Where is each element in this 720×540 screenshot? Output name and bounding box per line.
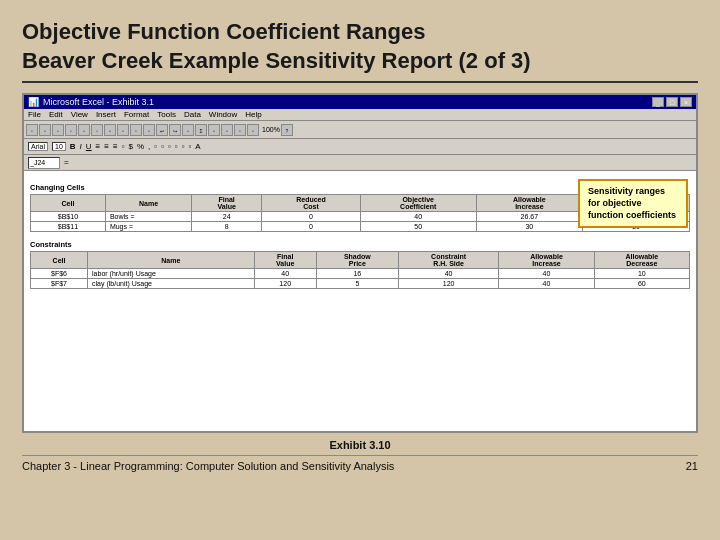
col-cell: Cell xyxy=(31,195,106,212)
sort-desc-icon[interactable]: ▫ xyxy=(221,124,233,136)
excel-body: Sensitivity ranges for objective functio… xyxy=(24,171,696,297)
align-right-icon[interactable]: ≡ xyxy=(113,142,118,151)
redo-icon[interactable]: ↪ xyxy=(169,124,181,136)
menu-window[interactable]: Window xyxy=(209,110,237,119)
col-obj-coeff: ObjectiveCoefficient xyxy=(360,195,476,212)
table-cell: 26.67 xyxy=(476,212,583,222)
autosum-icon[interactable]: Σ xyxy=(195,124,207,136)
copy-icon[interactable]: ▫ xyxy=(117,124,129,136)
menu-insert[interactable]: Insert xyxy=(96,110,116,119)
increase-decimal-icon[interactable]: ▫ xyxy=(154,142,157,151)
table-cell: 40 xyxy=(499,279,594,289)
constraints-label: Constraints xyxy=(30,240,690,249)
maximize-button[interactable]: □ xyxy=(666,97,678,107)
cut-icon[interactable]: ▫ xyxy=(104,124,116,136)
spell-icon[interactable]: ▫ xyxy=(91,124,103,136)
close-button[interactable]: × xyxy=(680,97,692,107)
table-cell: 5 xyxy=(316,279,398,289)
excel-titlebar: 📊 Microsoft Excel - Exhibit 3.1 _ □ × xyxy=(24,95,696,109)
help-icon[interactable]: ? xyxy=(281,124,293,136)
col-final-value: FinalValue xyxy=(192,195,262,212)
table-cell: $B$11 xyxy=(31,222,106,232)
excel-icon: 📊 xyxy=(28,97,39,107)
formula-bar: _J24 = xyxy=(24,155,696,171)
page-number: 21 xyxy=(686,460,698,472)
menu-help[interactable]: Help xyxy=(245,110,261,119)
fill-color-icon[interactable]: ▫ xyxy=(189,142,192,151)
titlebar-left: 📊 Microsoft Excel - Exhibit 3.1 xyxy=(28,97,154,107)
constraints-table: Cell Name FinalValue ShadowPrice Constra… xyxy=(30,251,690,289)
chapter-label: Chapter 3 - Linear Programming: Computer… xyxy=(22,460,394,472)
font-color-icon[interactable]: A xyxy=(195,142,200,151)
exhibit-label: Exhibit 3.10 xyxy=(22,439,698,451)
table-cell: 8 xyxy=(192,222,262,232)
table-cell: 120 xyxy=(398,279,499,289)
menu-tools[interactable]: Tools xyxy=(157,110,176,119)
italic-button[interactable]: I xyxy=(80,142,82,151)
table-cell: 40 xyxy=(254,269,316,279)
increase-indent-icon[interactable]: ▫ xyxy=(175,142,178,151)
undo-icon[interactable]: ↩ xyxy=(156,124,168,136)
title-line1: Objective Function Coefficient Ranges xyxy=(22,19,425,44)
excel-toolbar-1: ▫ ▫ ▫ ▫ ▫ ▫ ▫ ▫ ▫ ▫ ↩ ↪ ▫ Σ ▫ ▫ ▫ xyxy=(24,121,696,139)
c-col-final-value: FinalValue xyxy=(254,252,316,269)
excel-toolbar-2: Arial 10 B I U ≡ ≡ ≡ ▫ $ % , ▫ ▫ ▫ ▫ ▫ ▫… xyxy=(24,139,696,155)
menu-edit[interactable]: Edit xyxy=(49,110,63,119)
table-cell: 24 xyxy=(192,212,262,222)
c-col-rhs: ConstraintR.H. Side xyxy=(398,252,499,269)
table-cell: 40 xyxy=(398,269,499,279)
align-left-icon[interactable]: ≡ xyxy=(96,142,101,151)
constraints-header-row: Cell Name FinalValue ShadowPrice Constra… xyxy=(31,252,690,269)
col-name: Name xyxy=(105,195,191,212)
title-line2: Beaver Creek Example Sensitivity Report … xyxy=(22,48,531,73)
table-row: $F$6labor (hr/unit) Usage4016404010 xyxy=(31,269,690,279)
save-icon[interactable]: ▫ xyxy=(52,124,64,136)
equals-sign: = xyxy=(64,158,69,167)
align-center-icon[interactable]: ≡ xyxy=(104,142,109,151)
c-col-cell: Cell xyxy=(31,252,88,269)
col-reduced-cost: ReducedCost xyxy=(262,195,361,212)
new-icon[interactable]: ▫ xyxy=(26,124,38,136)
sort-asc-icon[interactable]: ▫ xyxy=(208,124,220,136)
comma-icon[interactable]: , xyxy=(148,142,150,151)
underline-button[interactable]: U xyxy=(86,142,92,151)
table-cell: 50 xyxy=(360,222,476,232)
decrease-indent-icon[interactable]: ▫ xyxy=(168,142,171,151)
percent-icon[interactable]: % xyxy=(137,142,144,151)
menu-view[interactable]: View xyxy=(71,110,88,119)
spacer xyxy=(30,232,690,236)
merge-icon[interactable]: ▫ xyxy=(122,142,125,151)
font-size[interactable]: 10 xyxy=(52,142,66,151)
open-icon[interactable]: ▫ xyxy=(39,124,51,136)
preview-icon[interactable]: ▫ xyxy=(78,124,90,136)
menu-format[interactable]: Format xyxy=(124,110,149,119)
col-allowable-increase: AllowableIncrease xyxy=(476,195,583,212)
table-cell: 10 xyxy=(594,269,689,279)
menu-data[interactable]: Data xyxy=(184,110,201,119)
chart-icon[interactable]: ▫ xyxy=(234,124,246,136)
paste-icon[interactable]: ▫ xyxy=(130,124,142,136)
border-icon[interactable]: ▫ xyxy=(182,142,185,151)
content-area: 📊 Microsoft Excel - Exhibit 3.1 _ □ × Fi… xyxy=(22,93,698,530)
cell-reference[interactable]: _J24 xyxy=(28,157,60,169)
table-cell: clay (lb/unit) Usage xyxy=(88,279,254,289)
currency-icon[interactable]: $ xyxy=(128,142,132,151)
window-controls[interactable]: _ □ × xyxy=(652,97,692,107)
table-row: $F$7clay (lb/unit) Usage12051204060 xyxy=(31,279,690,289)
hyperlink-icon[interactable]: ▫ xyxy=(182,124,194,136)
decrease-decimal-icon[interactable]: ▫ xyxy=(161,142,164,151)
print-icon[interactable]: ▫ xyxy=(65,124,77,136)
footer: Chapter 3 - Linear Programming: Computer… xyxy=(22,455,698,472)
table-cell: 16 xyxy=(316,269,398,279)
format-painter-icon[interactable]: ▫ xyxy=(143,124,155,136)
sensitivity-callout: Sensitivity ranges for objective functio… xyxy=(578,179,688,228)
table-cell: 40 xyxy=(499,269,594,279)
bold-button[interactable]: B xyxy=(70,142,76,151)
menu-file[interactable]: File xyxy=(28,110,41,119)
excel-window: 📊 Microsoft Excel - Exhibit 3.1 _ □ × Fi… xyxy=(22,93,698,433)
minimize-button[interactable]: _ xyxy=(652,97,664,107)
zoom-value: 100% xyxy=(262,126,280,133)
table-cell: Mugs = xyxy=(105,222,191,232)
zoom-icon[interactable]: ▫ xyxy=(247,124,259,136)
font-name[interactable]: Arial xyxy=(28,142,48,151)
